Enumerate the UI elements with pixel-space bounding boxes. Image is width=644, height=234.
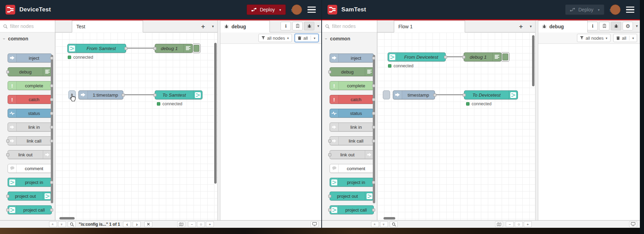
palette-node-inject[interactable]: inject: [8, 53, 52, 62]
add-flow-button[interactable]: +: [201, 23, 205, 30]
sidebar-splitter[interactable]: [535, 20, 538, 220]
palette-collapse-button[interactable]: «: [49, 221, 57, 227]
palette-expand-button[interactable]: »: [58, 221, 66, 227]
wire[interactable]: [125, 48, 156, 49]
avatar[interactable]: [610, 4, 621, 15]
zoom-out-button[interactable]: −: [506, 221, 514, 227]
palette-expand-button[interactable]: »: [380, 221, 388, 227]
debug-tab-button[interactable]: [304, 22, 314, 30]
search-close-button[interactable]: [144, 221, 152, 227]
canvas-hscrollbar[interactable]: [59, 217, 75, 220]
debug-filter-button[interactable]: all nodes ▾: [258, 34, 292, 42]
flow-node-timestamp[interactable]: 1:timestamp: [78, 90, 123, 99]
info-tab-button[interactable]: i: [281, 22, 291, 30]
node-port[interactable]: [6, 70, 9, 74]
node-port[interactable]: [328, 70, 331, 74]
open-debug-window-button[interactable]: [311, 221, 319, 227]
debug-enable-toggle[interactable]: [192, 43, 201, 53]
avatar[interactable]: [292, 4, 302, 15]
canvas-vscrollbar[interactable]: [532, 35, 534, 86]
node-port[interactable]: [6, 208, 9, 212]
search-next-button[interactable]: ›: [133, 221, 141, 227]
search-flows-button[interactable]: [68, 221, 76, 227]
palette-node-inject[interactable]: inject: [330, 53, 374, 62]
node-port[interactable]: [50, 112, 53, 115]
node-port[interactable]: [50, 181, 53, 184]
input-port[interactable]: [462, 56, 465, 59]
main-menu-button[interactable]: [307, 7, 316, 13]
search-prev-button[interactable]: ‹: [123, 221, 131, 227]
node-port[interactable]: [50, 126, 53, 129]
palette-filter-input[interactable]: [10, 23, 48, 29]
input-port[interactable]: [153, 94, 157, 97]
node-port[interactable]: [50, 84, 53, 87]
zoom-reset-button[interactable]: ○: [197, 221, 205, 227]
node-port[interactable]: [328, 153, 331, 156]
flow-node-from-samtest[interactable]: From Samtest: [67, 44, 126, 53]
node-port[interactable]: [372, 112, 375, 115]
zoom-reset-button[interactable]: ○: [515, 221, 523, 227]
zoom-out-button[interactable]: −: [188, 221, 196, 227]
palette-node-complete[interactable]: ! complete: [8, 81, 52, 90]
node-port[interactable]: [372, 57, 375, 60]
flow-node-debug1[interactable]: debug 1: [464, 52, 502, 61]
output-port[interactable]: [444, 56, 447, 59]
palette-node-catch[interactable]: ! catch: [8, 95, 52, 104]
help-tab-button[interactable]: [292, 22, 303, 30]
add-flow-button[interactable]: +: [519, 23, 523, 30]
node-port[interactable]: [50, 208, 53, 212]
flow-node-timestamp[interactable]: timestamp: [393, 90, 435, 99]
palette-category-common[interactable]: › common: [0, 32, 55, 44]
deploy-caret-icon[interactable]: ▾: [279, 8, 281, 12]
tab-debug[interactable]: debug: [220, 20, 270, 32]
tab-flow1[interactable]: Flow 1: [394, 20, 465, 32]
user-menu[interactable]: s: [610, 4, 621, 15]
tab-debug[interactable]: debug: [538, 20, 588, 32]
debug-clear-button[interactable]: all ▾: [613, 34, 637, 42]
palette-node-link-out[interactable]: link out: [8, 150, 52, 159]
node-port[interactable]: [372, 84, 375, 87]
palette-node-project-in[interactable]: project in: [330, 178, 374, 187]
palette-node-project-in[interactable]: project in: [8, 178, 52, 187]
flow-list-caret-icon[interactable]: ▾: [530, 24, 532, 29]
palette-node-catch[interactable]: ! catch: [330, 95, 374, 104]
search-flows-button[interactable]: [390, 221, 398, 227]
deploy-caret-icon[interactable]: ▾: [598, 8, 599, 12]
sidebar-menu-caret-icon[interactable]: ▾: [317, 24, 319, 28]
sidebar-splitter[interactable]: [217, 20, 220, 220]
canvas-vscrollbar[interactable]: [214, 43, 217, 184]
user-menu[interactable]: s: [291, 4, 302, 15]
flow-node-debug1[interactable]: debug 1: [155, 44, 193, 53]
sidebar-menu-caret-icon[interactable]: ▾: [636, 24, 638, 28]
node-port[interactable]: [50, 57, 53, 60]
wire[interactable]: [123, 94, 156, 95]
help-tab-button[interactable]: [599, 22, 609, 30]
node-port[interactable]: [6, 153, 9, 156]
palette-node-comment[interactable]: comment: [8, 164, 52, 173]
flow-node-to-samtest[interactable]: To Samtest: [155, 90, 202, 99]
debug-enable-toggle[interactable]: [501, 52, 510, 62]
palette-node-link-in[interactable]: link in: [330, 123, 374, 131]
debug-clear-button[interactable]: all ▾: [295, 34, 319, 42]
palette-category-common[interactable]: › common: [322, 32, 377, 44]
deploy-button[interactable]: Deploy ▾: [565, 4, 604, 15]
zoom-in-button[interactable]: +: [524, 221, 532, 227]
deploy-button[interactable]: Deploy ▾: [247, 4, 286, 15]
node-port[interactable]: [328, 208, 331, 212]
palette-collapse-button[interactable]: «: [371, 221, 379, 227]
output-port[interactable]: [433, 94, 436, 97]
palette-node-debug[interactable]: debug: [8, 67, 52, 76]
palette-node-status[interactable]: status: [8, 109, 52, 118]
open-debug-window-button[interactable]: [629, 221, 637, 227]
palette-node-project-out[interactable]: project out: [8, 192, 52, 201]
input-port[interactable]: [463, 94, 466, 97]
navigator-button[interactable]: [177, 221, 185, 227]
palette-node-project-call[interactable]: project call: [330, 205, 374, 214]
node-port[interactable]: [328, 195, 331, 198]
palette-node-debug[interactable]: debug: [330, 67, 374, 76]
output-port[interactable]: [122, 94, 125, 97]
zoom-in-button[interactable]: +: [206, 221, 214, 227]
debug-tab-button[interactable]: [611, 22, 621, 30]
main-menu-button[interactable]: [626, 7, 634, 13]
palette-node-link-out[interactable]: link out: [330, 150, 374, 159]
